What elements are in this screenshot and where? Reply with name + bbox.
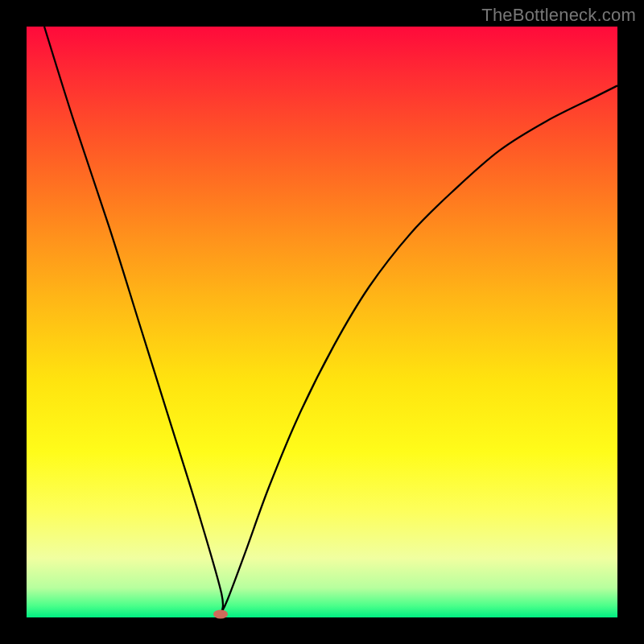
curve-svg [27,27,617,617]
plot-area [27,27,617,617]
optimum-marker [213,610,228,619]
chart-frame: TheBottleneck.com [0,0,644,644]
watermark-text: TheBottleneck.com [481,5,636,26]
bottleneck-curve [44,27,617,614]
